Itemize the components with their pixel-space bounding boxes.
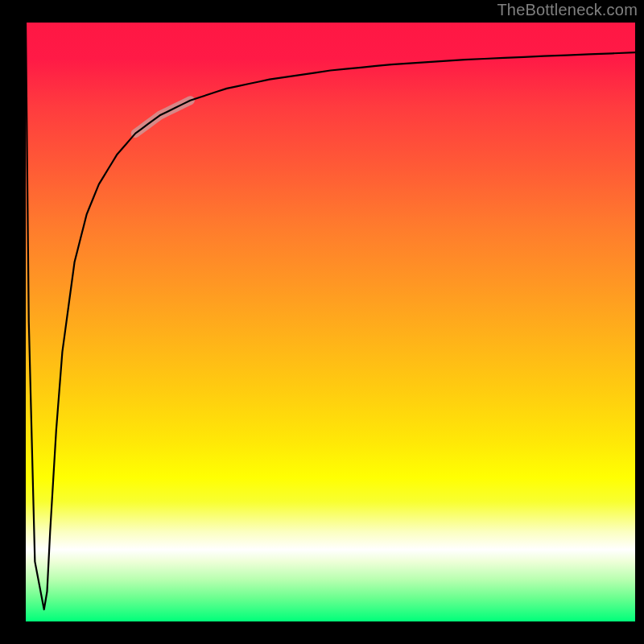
plot-area [26, 23, 635, 621]
curve-svg [26, 23, 635, 621]
curve-path [26, 23, 635, 609]
chart-container: TheBottleneck.com [0, 0, 644, 644]
watermark-label: TheBottleneck.com [497, 1, 638, 19]
